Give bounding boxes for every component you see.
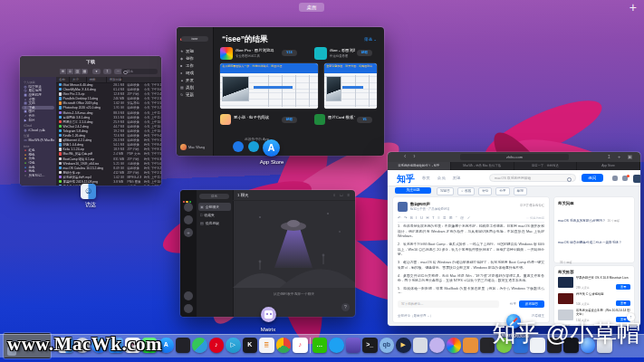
finder-view-button[interactable]: ▦: [82, 69, 88, 74]
finder-view-button[interactable]: ▥: [74, 69, 82, 74]
space-label-desktop[interactable]: 桌面: [299, 3, 324, 12]
finder-toolbar-button[interactable]: ↥: [103, 69, 111, 74]
safari-window[interactable]: ‹ › zhihu.com ↥ + ▣ 双系统的使用体验如何？ - 知乎MacW…: [388, 152, 640, 326]
finder-sidebar-item[interactable]: ▤文稿: [22, 101, 54, 106]
finder-sidebar-item[interactable]: iCloud: [22, 124, 54, 129]
add-space-button[interactable]: +: [630, 0, 637, 14]
editor-toolbar-icon[interactable]: @: [460, 214, 464, 222]
related-question-item[interactable]: macOS 系统真的有那么好用吗？16 个回答: [558, 207, 630, 227]
editor-toolbar-icon[interactable]: ⊞: [449, 214, 453, 222]
matrix-app-icon[interactable]: [261, 307, 276, 322]
editor-toolbar-icon[interactable]: I: [416, 214, 417, 222]
price-button[interactable]: ¥6: [357, 117, 372, 123]
view-button[interactable]: 查看: [616, 300, 630, 306]
dock-icon-twitter[interactable]: [329, 338, 344, 353]
app-store-sidebar-item[interactable]: ●游戏: [180, 69, 211, 76]
dock-icon-app-folder[interactable]: [463, 338, 478, 353]
price-button[interactable]: 获取: [282, 117, 297, 123]
publish-answer-button[interactable]: 发布回答: [519, 300, 544, 308]
dock-icon-photo-booth[interactable]: [176, 338, 191, 353]
editor-toolbar-icon[interactable]: ↶: [398, 214, 401, 222]
user-avatar[interactable]: [633, 175, 640, 183]
matrix-header-icons[interactable]: ○ □ ≡: [333, 190, 351, 200]
finder-column-header[interactable]: 添加日期: [107, 77, 123, 82]
safari-tab[interactable]: 双系统的使用体验如何？ - 知乎: [388, 162, 451, 170]
matrix-home-button[interactable]: [184, 215, 193, 224]
dock-icon-potplayer[interactable]: ▶: [396, 338, 411, 353]
editor-toolbar-icon[interactable]: ✓: [467, 214, 471, 222]
app-store-sidebar-item[interactable]: ■工作: [180, 62, 211, 69]
back-forward-buttons[interactable]: ‹ ›: [404, 153, 418, 159]
matrix-search-input[interactable]: 搜索: [199, 194, 229, 199]
editor-toolbar-icon[interactable]: ↷: [404, 214, 408, 222]
finder-sidebar-item[interactable]: ●黄色: [22, 157, 54, 161]
editor-toolbar-icon[interactable]: ≡: [437, 214, 439, 222]
dock-icon-isee[interactable]: [447, 338, 462, 353]
author-avatar[interactable]: [398, 202, 408, 212]
dock-icon-preview[interactable]: [413, 338, 428, 353]
related-read-item[interactable]: 程序员 C 位修炼指南 506 人读过 查看: [558, 292, 630, 306]
app-store-sidebar-item[interactable]: ↻更新: [180, 90, 211, 98]
safari-tab[interactable]: App Store: [577, 162, 640, 170]
address-bar[interactable]: zhihu.com: [460, 154, 569, 160]
comments-sort-label[interactable]: 全部评论（最新排序 ⌄）: [398, 314, 433, 318]
matrix-room-item[interactable]: ▣全部聊天: [198, 203, 231, 211]
app-store-sidebar-item[interactable]: ▦类别: [180, 83, 211, 90]
related-question-item[interactable]: macOS 能否把硬盘分成二分之一装双系统？36 个回答: [558, 229, 630, 268]
app-result-card[interactable]: 爱小说 · 电子书阅读 获取: [220, 114, 311, 129]
dock-icon-matrix[interactable]: [429, 338, 445, 353]
dock-icon-kindle[interactable]: K: [243, 338, 258, 353]
finder-column-header[interactable]: 种类: [87, 77, 107, 82]
dock-icon-terminal[interactable]: >_: [362, 338, 378, 353]
dock-separator[interactable]: [310, 338, 311, 353]
notifications-icon[interactable]: [612, 176, 618, 181]
messages-icon[interactable]: [622, 176, 628, 181]
zhihu-search-input[interactable]: macOS 双系统使用体验: [489, 174, 576, 182]
matrix-settings-button[interactable]: [184, 304, 193, 313]
dock-icon-chrome[interactable]: [276, 338, 292, 353]
dock-icon-maps[interactable]: [192, 338, 207, 353]
editor-toolbar-icon[interactable]: U: [420, 214, 423, 222]
editor-toolbar-icon[interactable]: H: [427, 214, 429, 222]
follow-question-button[interactable]: 关注问题: [395, 187, 431, 194]
finder-view-button[interactable]: ⊞: [60, 69, 67, 74]
share-newtab-tabs-buttons[interactable]: ↥ + ▣: [607, 154, 635, 159]
question-action-chip[interactable]: ☆ 收藏: [457, 187, 475, 195]
dock-icon-qbittorrent[interactable]: qb: [380, 338, 395, 353]
app-store-sidebar-item[interactable]: ◆创作: [180, 54, 211, 62]
dock-icon-music[interactable]: ♪: [293, 338, 308, 353]
zhihu-nav-item[interactable]: 发现: [453, 176, 461, 180]
matrix-room-item[interactable]: ▤低优先级: [198, 219, 231, 227]
related-read-item[interactable]: 苹果的那些事 OS X 10.8 Mountain Lion 289 人读过 查…: [558, 276, 630, 290]
finder-sidebar-item[interactable]: ●红色: [22, 148, 54, 153]
editor-toolbar-icon[interactable]: ”: [456, 214, 457, 222]
finder-sidebar-item[interactable]: ○所有标记…: [22, 173, 54, 177]
dock-icon-wechat[interactable]: …: [312, 338, 328, 353]
app-store-account[interactable]: Mac Wang: [180, 144, 205, 150]
finder-view-switcher[interactable]: ⊞≣▥▦: [60, 69, 88, 74]
matrix-avatar[interactable]: [184, 203, 193, 212]
question-action-chip[interactable]: 举报: [514, 187, 527, 195]
editor-toolbar-icon[interactable]: B: [410, 214, 413, 222]
filter-link[interactable]: 筛选 ⌄: [364, 37, 377, 42]
finder-sidebar-item[interactable]: ▶影片: [22, 118, 54, 122]
help-button[interactable]: ?: [341, 303, 350, 311]
editor-toolbar-icon[interactable]: ≣: [443, 214, 447, 222]
question-action-chip[interactable]: 评论: [478, 187, 492, 195]
zhihu-nav-item[interactable]: 首页: [422, 176, 430, 180]
author-name[interactable]: 数码的回声: [410, 202, 430, 206]
finder-toolbar-button[interactable]: ▾: [92, 69, 101, 74]
question-action-chip[interactable]: 分享: [495, 187, 509, 195]
editor-preview-toggle[interactable]: ⋯ 切换为预览: [526, 215, 544, 222]
matrix-people-button[interactable]: [184, 291, 193, 300]
finder-column-header[interactable]: 大小: [70, 77, 87, 82]
app-result-card[interactable]: 图片Card 模板 Wall ¥6: [314, 114, 380, 129]
author-badge-link[interactable]: 申请开通盐选专栏: [520, 204, 544, 207]
safari-tab[interactable]: MacWk - 精品 Mac 软件下载: [451, 162, 514, 170]
finder-app-icon[interactable]: ☺: [81, 184, 96, 199]
share-link[interactable]: 分享: [510, 302, 516, 306]
app-result-card[interactable]: iSee - 看图浏览器 快速批量看图 获取: [314, 47, 380, 62]
matrix-add-button[interactable]: +: [184, 228, 193, 237]
app-store-app-icon[interactable]: A: [263, 139, 280, 157]
device-app-icon[interactable]: [248, 141, 259, 152]
